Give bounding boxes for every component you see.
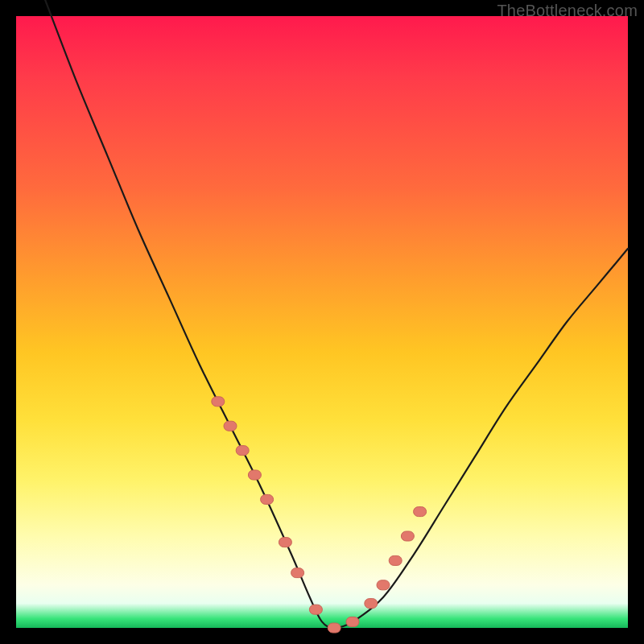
chart-svg <box>16 16 628 628</box>
curve-marker <box>279 538 291 547</box>
curve-marker <box>401 531 414 541</box>
curve-marker <box>389 555 402 565</box>
curve-marker <box>212 397 225 407</box>
curve-marker <box>291 568 304 578</box>
curve-marker <box>248 470 261 480</box>
curve-marker <box>328 623 341 633</box>
curve-marker <box>261 494 274 504</box>
bottleneck-curve <box>16 0 628 628</box>
curve-marker <box>224 421 237 431</box>
curve-marker <box>346 617 359 626</box>
watermark-text: TheBottleneck.com <box>497 2 638 20</box>
curve-markers <box>212 397 427 633</box>
curve-marker <box>414 507 427 517</box>
curve-marker <box>236 446 249 456</box>
chart-frame <box>16 16 628 628</box>
curve-marker <box>365 599 378 609</box>
curve-layer <box>16 0 628 628</box>
curve-marker <box>377 580 390 590</box>
curve-marker <box>309 605 322 614</box>
